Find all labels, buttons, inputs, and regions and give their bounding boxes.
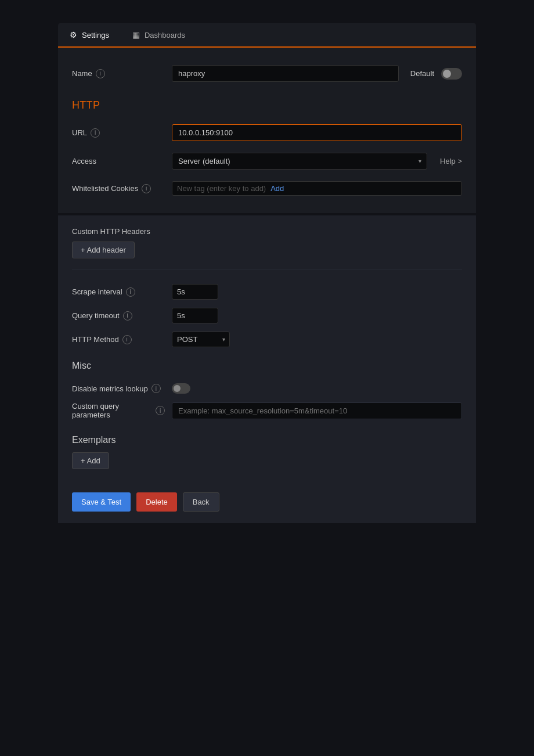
exemplars-title: Exemplars [72, 435, 462, 445]
custom-headers-title: Custom HTTP Headers [72, 227, 462, 236]
default-label: Default [410, 69, 434, 78]
delete-button[interactable]: Delete [136, 492, 177, 512]
query-timeout-info-icon[interactable]: i [123, 311, 132, 321]
footer-buttons: Save & Test Delete Back [72, 487, 462, 512]
access-select[interactable]: Server (default) Browser Direct [172, 153, 427, 170]
misc-section: Misc Disable metrics lookup i Custom que… [72, 361, 462, 423]
scrape-interval-info-icon[interactable]: i [126, 287, 135, 297]
second-panel: Custom HTTP Headers + Add header Scrape … [58, 215, 476, 523]
disable-metrics-info-icon[interactable]: i [151, 384, 161, 393]
exemplars-section: Exemplars + Add [72, 435, 462, 469]
scrape-interval-input[interactable] [172, 284, 218, 300]
name-input[interactable] [172, 65, 399, 82]
name-label: Name i [72, 69, 165, 78]
dashboards-icon: ▦ [132, 30, 140, 39]
url-label: URL i [72, 128, 165, 138]
http-method-info-icon[interactable]: i [122, 335, 132, 344]
tag-placeholder: New tag (enter key to add) [177, 184, 266, 193]
add-header-button[interactable]: + Add header [72, 242, 135, 258]
http-method-select-wrapper: POST GET ▾ [172, 332, 230, 347]
disable-metrics-row: Disable metrics lookup i [72, 379, 462, 398]
tab-settings-label: Settings [82, 31, 109, 39]
main-container: ⚙ Settings ▦ Dashboards Name i Default H… [58, 23, 476, 523]
url-row: URL i [72, 118, 462, 147]
add-tag-button[interactable]: Add [270, 184, 284, 193]
save-test-button[interactable]: Save & Test [72, 492, 131, 512]
divider-1 [72, 269, 462, 269]
tag-input-area[interactable]: New tag (enter key to add) Add [172, 181, 462, 196]
tab-dashboards-label: Dashboards [145, 31, 185, 39]
custom-query-params-input[interactable] [172, 402, 462, 419]
whitelisted-cookies-label: Whitelisted Cookies i [72, 184, 165, 193]
disable-metrics-toggle[interactable] [172, 383, 190, 394]
disable-metrics-label: Disable metrics lookup i [72, 384, 165, 393]
back-button[interactable]: Back [183, 492, 219, 512]
tab-settings[interactable]: ⚙ Settings [58, 23, 121, 48]
http-method-label: HTTP Method i [72, 335, 165, 344]
access-row: Access Server (default) Browser Direct ▾… [72, 147, 462, 175]
http-method-row: HTTP Method i POST GET ▾ [72, 327, 462, 351]
url-input[interactable] [172, 124, 462, 141]
tab-bar: ⚙ Settings ▦ Dashboards [58, 23, 476, 48]
url-info-icon[interactable]: i [91, 128, 100, 138]
http-section-title: HTTP [72, 99, 462, 111]
custom-query-params-label: Custom query parameters i [72, 402, 165, 419]
scrape-interval-row: Scrape interval i [72, 280, 462, 304]
query-timeout-label: Query timeout i [72, 311, 165, 321]
add-exemplar-button[interactable]: + Add [72, 452, 109, 469]
access-select-wrapper: Server (default) Browser Direct ▾ [172, 153, 427, 170]
whitelisted-cookies-row: Whitelisted Cookies i New tag (enter key… [72, 175, 462, 201]
default-toggle[interactable] [441, 68, 462, 80]
settings-panel: Name i Default HTTP URL i Access Serve [58, 48, 476, 213]
custom-query-params-row: Custom query parameters i [72, 398, 462, 423]
name-info-icon[interactable]: i [96, 69, 105, 78]
tab-dashboards[interactable]: ▦ Dashboards [121, 23, 197, 48]
query-timeout-row: Query timeout i [72, 304, 462, 327]
settings-icon: ⚙ [70, 30, 77, 39]
http-method-select[interactable]: POST GET [172, 332, 230, 347]
name-row: Name i Default [72, 59, 462, 88]
query-timeout-input[interactable] [172, 308, 218, 323]
access-label: Access [72, 157, 165, 165]
custom-query-params-info-icon[interactable]: i [156, 406, 165, 415]
help-link[interactable]: Help > [440, 157, 462, 165]
misc-title: Misc [72, 361, 462, 371]
scrape-interval-label: Scrape interval i [72, 287, 165, 297]
whitelisted-cookies-info-icon[interactable]: i [142, 184, 151, 193]
